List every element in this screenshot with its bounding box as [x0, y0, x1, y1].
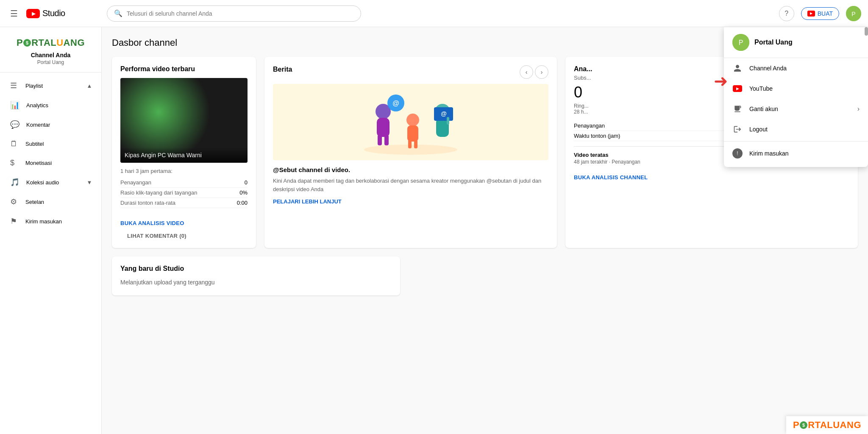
- collapse-down-icon[interactable]: ▼: [84, 177, 95, 187]
- collapse-up-icon[interactable]: ▲: [84, 81, 95, 91]
- user-dropdown-menu: P Portal Uang Channel Anda ▶ YouTube Gan…: [724, 27, 868, 167]
- news-card: Berita ‹ ›: [264, 57, 557, 248]
- channel-anda-icon: [732, 63, 743, 73]
- buat-icon: [807, 11, 815, 17]
- sidebar-item-label-monetisasi: Monetisasi: [25, 160, 52, 166]
- news-description: Kini Anda dapat memberi tag dan berkolab…: [273, 177, 548, 193]
- dropdown-header: P Portal Uang: [724, 27, 868, 58]
- top-nav: ☰ Studio 🔍 ? BUAT P: [0, 0, 868, 27]
- scrollbar[interactable]: [865, 27, 868, 36]
- chevron-right-icon: ›: [857, 105, 860, 113]
- sidebar-item-kirim-masukan[interactable]: ⚑ Kirim masukan: [0, 211, 101, 231]
- learn-more-link[interactable]: PELAJARI LEBIH LANJUT: [273, 198, 342, 205]
- dropdown-divider: [724, 141, 868, 142]
- dropdown-avatar: P: [732, 34, 749, 51]
- stats-row-durasi: Durasi tonton rata-rata 0:00: [120, 198, 248, 208]
- durasi-label: Durasi tonton rata-rata: [120, 200, 175, 206]
- sidebar-item-subtitel[interactable]: 🗒 Subtitel: [0, 134, 101, 153]
- sidebar-item-analytics[interactable]: 📊 Analytics: [0, 95, 101, 115]
- video-card-title: Performa video terbaru: [120, 65, 248, 73]
- sidebar-item-label-setelan: Setelan: [25, 199, 44, 205]
- sidebar-item-label-komentar: Komentar: [26, 122, 50, 128]
- channel-anda-label: Channel Anda: [749, 65, 787, 72]
- svg-rect-18: [447, 117, 449, 125]
- rasio-value: 0%: [239, 189, 248, 196]
- penayangan-label: Penayangan: [120, 179, 151, 186]
- news-illustration-svg: @ @: [351, 88, 470, 156]
- yang-baru-card-title: Yang baru di Studio: [120, 265, 392, 273]
- kirim-masukan-icon: ⚑: [10, 217, 19, 226]
- coin-icon: [23, 39, 31, 47]
- sidebar-item-setelan[interactable]: ⚙ Setelan: [0, 192, 101, 211]
- news-card-header: Berita ‹ ›: [273, 65, 548, 79]
- svg-text:@: @: [392, 100, 399, 107]
- studio-text: Studio: [42, 8, 65, 18]
- analytics-waktu-label: Waktu tonton (jam): [574, 133, 620, 139]
- stats-row-penayangan: Penayangan 0: [120, 178, 248, 188]
- dropdown-item-kirim-masukan[interactable]: ! Kirim masukan: [724, 143, 868, 164]
- svg-text:P: P: [851, 10, 855, 17]
- video-thumbnail[interactable]: Kipas Angin PC Warna Warni: [120, 78, 248, 163]
- buat-label: BUAT: [818, 10, 833, 17]
- sidebar-item-label-kirim-masukan: Kirim masukan: [25, 218, 62, 225]
- ganti-akun-icon: [732, 104, 743, 114]
- dropdown-item-youtube[interactable]: ▶ YouTube: [724, 78, 868, 99]
- durasi-value: 0:00: [237, 200, 248, 206]
- sidebar-logo: P RTAL U ANG: [7, 37, 95, 48]
- buka-analisis-channel-link[interactable]: BUKA ANALISIS CHANNEL: [574, 174, 648, 181]
- video-title-overlay: Kipas Angin PC Warna Warni: [120, 147, 248, 163]
- user-avatar[interactable]: P: [846, 6, 861, 21]
- sidebar-item-koleksi-audio[interactable]: 🎵 Koleksi audio ▼: [0, 172, 101, 192]
- youtube-icon: [26, 9, 40, 18]
- watermark-logo: P RTAL U ANG: [786, 416, 868, 434]
- search-input[interactable]: [127, 10, 354, 17]
- help-button[interactable]: ?: [779, 6, 794, 21]
- subtitel-icon: 🗒: [10, 139, 19, 148]
- logout-label: Logout: [749, 126, 768, 133]
- kirim-masukan-dropdown-icon: !: [732, 148, 743, 159]
- setelan-icon: ⚙: [10, 197, 19, 206]
- rasio-label: Rasio klik-tayang dari tayangan: [120, 189, 197, 196]
- sidebar-item-label-koleksi-audio: Koleksi audio: [26, 179, 59, 186]
- video-stats: 1 hari 3 jam pertama: Penayangan 0 Rasio…: [120, 168, 248, 208]
- dropdown-item-ganti-akun[interactable]: Ganti akun ›: [724, 99, 868, 119]
- sidebar-item-label-analytics: Analytics: [26, 102, 48, 108]
- buat-button[interactable]: BUAT: [801, 7, 839, 20]
- cards-row-bottom: Yang baru di Studio Melanjutkan upload y…: [112, 256, 858, 295]
- sidebar-channel-name: Channel Anda: [7, 52, 95, 58]
- dropdown-channel-name: Portal Uang: [754, 39, 793, 46]
- watermark-coin-icon: [800, 421, 807, 429]
- topnav-left: ☰ Studio: [7, 5, 100, 22]
- yt-studio-logo[interactable]: Studio: [26, 8, 65, 18]
- penayangan-value: 0: [245, 179, 248, 186]
- lihat-komentar-link[interactable]: LIHAT KOMENTAR (0): [127, 233, 186, 239]
- sidebar-item-playlist[interactable]: ☰ Playlist ▲: [0, 76, 101, 95]
- sidebar-item-komentar[interactable]: 💬 Komentar: [0, 115, 101, 134]
- youtube-label: YouTube: [749, 85, 773, 92]
- kirim-masukan-dropdown-label: Kirim masukan: [749, 150, 789, 157]
- svg-text:P: P: [739, 39, 743, 46]
- analytics-icon: 📊: [10, 100, 19, 110]
- sidebar-channel-section: P RTAL U ANG Channel Anda Portal Uang: [0, 27, 101, 72]
- svg-text:@: @: [441, 110, 447, 117]
- news-prev-button[interactable]: ‹: [520, 65, 533, 79]
- komentar-icon: 💬: [10, 120, 19, 129]
- news-navigation: ‹ ›: [520, 65, 548, 79]
- koleksi-audio-icon: 🎵: [10, 178, 19, 187]
- svg-point-10: [406, 114, 419, 126]
- buka-analisis-video-link[interactable]: BUKA ANALISIS VIDEO: [120, 220, 184, 226]
- sidebar-nav: ☰ Playlist ▲ 📊 Analytics 💬 Komentar 🗒 Su…: [0, 72, 101, 234]
- news-next-button[interactable]: ›: [535, 65, 548, 79]
- search-bar[interactable]: 🔍: [107, 6, 361, 22]
- dropdown-item-logout[interactable]: Logout: [724, 119, 868, 139]
- stats-period: 1 hari 3 jam pertama:: [120, 168, 248, 174]
- svg-rect-7: [384, 135, 389, 145]
- news-headline: @Sebut channel di video.: [273, 166, 548, 173]
- dropdown-item-channel-anda[interactable]: Channel Anda: [724, 58, 868, 78]
- yang-baru-description: Melanjutkan upload yang terganggu: [120, 278, 392, 287]
- topnav-right: ? BUAT P: [779, 6, 861, 21]
- analytics-penayangan-label: Penayangan: [574, 122, 605, 129]
- sidebar-item-monetisasi[interactable]: $ Monetisasi: [0, 153, 101, 172]
- svg-rect-11: [407, 125, 418, 142]
- hamburger-menu[interactable]: ☰: [7, 5, 21, 22]
